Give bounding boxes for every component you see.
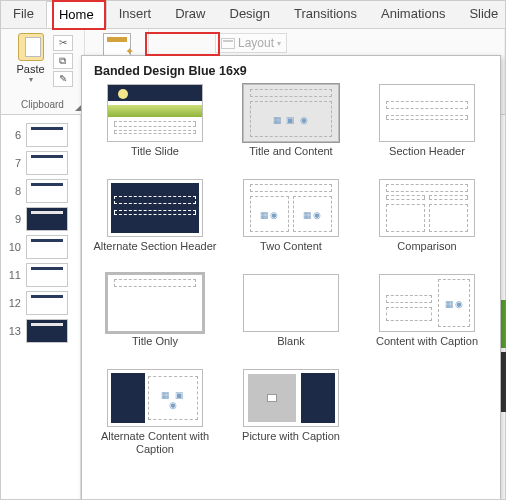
slide-thumbnail[interactable]: 13 <box>1 317 80 345</box>
paste-button[interactable]: Paste ▾ <box>13 33 49 84</box>
clipboard-group-label: Clipboard <box>7 99 78 112</box>
tab-animations[interactable]: Animations <box>369 1 457 28</box>
slide-thumbnail[interactable]: 12 <box>1 289 80 317</box>
layout-option-altsection[interactable]: Alternate Section Header <box>92 179 218 266</box>
tab-file[interactable]: File <box>1 1 46 28</box>
slide-preview <box>26 151 68 175</box>
layout-option-label: Picture with Caption <box>228 430 354 456</box>
layout-thumbnail <box>379 84 475 142</box>
layout-option-sectionheader[interactable]: Section Header <box>364 84 490 171</box>
slide-preview <box>26 263 68 287</box>
slide-thumbnail[interactable]: 6 <box>1 121 80 149</box>
slide-preview <box>26 123 68 147</box>
slide-number: 10 <box>7 241 21 253</box>
layout-option-label: Section Header <box>364 145 490 171</box>
layout-thumbnail <box>107 84 203 142</box>
layout-thumbnail: ▦ ▣ ◉ <box>107 369 203 427</box>
slide-number: 6 <box>7 129 21 141</box>
layout-panel-title: Banded Design Blue 16x9 <box>92 64 490 78</box>
layout-thumbnail <box>243 274 339 332</box>
paste-label: Paste <box>13 63 49 75</box>
slide-preview <box>26 207 68 231</box>
layout-thumbnail: ▦ ▣ ◉ <box>243 84 339 142</box>
layout-thumbnail: ▦◉ <box>379 274 475 332</box>
layout-label: Layout <box>238 36 274 50</box>
layout-thumbnail <box>379 179 475 237</box>
slide-number: 7 <box>7 157 21 169</box>
chevron-down-icon: ▾ <box>277 39 281 48</box>
layout-thumbnail <box>107 274 203 332</box>
slide-preview <box>26 179 68 203</box>
tab-insert[interactable]: Insert <box>107 1 164 28</box>
layout-button[interactable]: Layout ▾ <box>215 33 287 53</box>
layout-option-twocontent[interactable]: ▦◉▦◉Two Content <box>228 179 354 266</box>
slide-number: 11 <box>7 269 21 281</box>
layout-option-piccaption[interactable]: Picture with Caption <box>228 369 354 456</box>
layout-option-label: Alternate Content with Caption <box>92 430 218 456</box>
layout-option-label: Content with Caption <box>364 335 490 361</box>
tab-slide[interactable]: Slide <box>457 1 506 28</box>
layout-option-label: Title Slide <box>92 145 218 171</box>
slide-thumbnail[interactable]: 10 <box>1 233 80 261</box>
layout-option-label: Alternate Section Header <box>92 240 218 266</box>
layout-option-titleonly[interactable]: Title Only <box>92 274 218 361</box>
layout-option-label: Title Only <box>92 335 218 361</box>
slide-number: 8 <box>7 185 21 197</box>
ribbon-tabs: FileHomeInsertDrawDesignTransitionsAnima… <box>1 1 505 29</box>
layout-grid: Title Slide▦ ▣ ◉Title and ContentSection… <box>92 84 490 456</box>
format-painter-button[interactable]: ✎ <box>53 71 73 87</box>
slide-thumbnail[interactable]: 8 <box>1 177 80 205</box>
tab-draw[interactable]: Draw <box>163 1 217 28</box>
clipboard-group: Paste ▾ ✂ ⧉ ✎ Clipboard ◢ <box>1 29 85 114</box>
layout-option-label: Blank <box>228 335 354 361</box>
slide-number: 9 <box>7 213 21 225</box>
slide-number: 12 <box>7 297 21 309</box>
new-slide-icon <box>103 33 131 57</box>
tab-design[interactable]: Design <box>218 1 282 28</box>
tab-transitions[interactable]: Transitions <box>282 1 369 28</box>
slide-thumbnail[interactable]: 9 <box>1 205 80 233</box>
layout-option-label: Two Content <box>228 240 354 266</box>
copy-button[interactable]: ⧉ <box>53 53 73 69</box>
layout-thumbnail: ▦◉▦◉ <box>243 179 339 237</box>
layout-option-titlecontent[interactable]: ▦ ▣ ◉Title and Content <box>228 84 354 171</box>
slide-number: 13 <box>7 325 21 337</box>
layout-thumbnail <box>107 179 203 237</box>
slide-preview <box>26 319 68 343</box>
slide-thumbnail[interactable]: 11 <box>1 261 80 289</box>
layout-option-contentcaption[interactable]: ▦◉Content with Caption <box>364 274 490 361</box>
layout-option-altcontentcaption[interactable]: ▦ ▣ ◉Alternate Content with Caption <box>92 369 218 456</box>
layout-icon <box>221 38 235 49</box>
slide-preview <box>26 291 68 315</box>
layout-thumbnail <box>243 369 339 427</box>
layout-option-label: Comparison <box>364 240 490 266</box>
cut-button[interactable]: ✂ <box>53 35 73 51</box>
slide-preview <box>26 235 68 259</box>
slide-thumbnail-rail[interactable]: 678910111213 <box>1 115 81 500</box>
layout-option-comparison[interactable]: Comparison <box>364 179 490 266</box>
slide-thumbnail[interactable]: 7 <box>1 149 80 177</box>
paste-icon <box>18 33 44 61</box>
tab-home[interactable]: Home <box>46 1 107 28</box>
layout-option-blank[interactable]: Blank <box>228 274 354 361</box>
layout-option-label: Title and Content <box>228 145 354 171</box>
layout-dropdown-panel: Banded Design Blue 16x9 Title Slide▦ ▣ ◉… <box>81 55 501 500</box>
layout-option-titleslide[interactable]: Title Slide <box>92 84 218 171</box>
